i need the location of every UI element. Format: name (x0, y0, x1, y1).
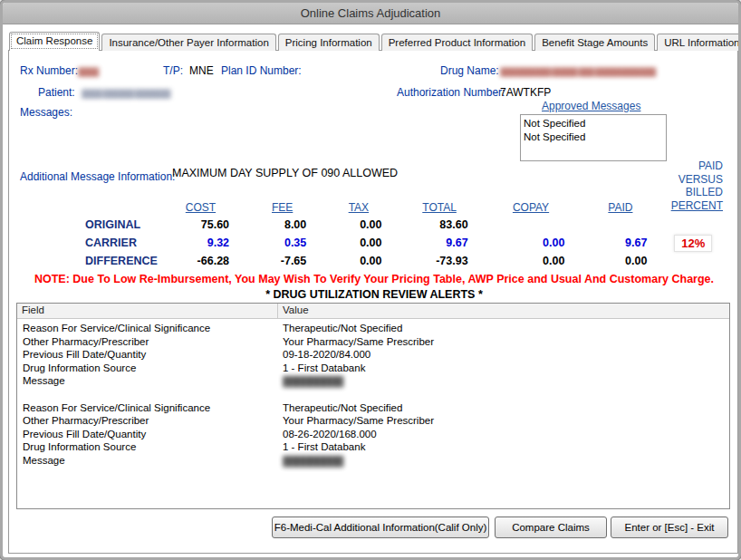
dur-row[interactable]: Previous Fill Date/Quantity09-18-2020/84… (17, 348, 729, 362)
tp-label: T/P: (163, 64, 183, 77)
carrier-fee: 0.35 (244, 234, 321, 252)
tab-url-information[interactable]: URL Information (657, 34, 741, 51)
claim-response-panel: Rx Number: ▓▓▓▓ T/P: MNE Plan ID Number:… (8, 50, 738, 554)
rx-number-value: ▓▓▓▓ (78, 67, 98, 76)
dur-row[interactable]: Other Pharmacy/PrescriberYour Pharmacy/S… (17, 335, 729, 349)
patient-label: Patient: (38, 86, 75, 99)
reimbursement-note: NOTE: Due To Low Re-Imbursement, You May… (16, 273, 732, 285)
carrier-copay: 0.00 (483, 234, 580, 252)
pct-header-line: PAID (671, 159, 723, 173)
dur-row[interactable]: Reason For Service/Clinical Significance… (17, 322, 729, 335)
col-fee: FEE (244, 199, 321, 216)
approved-messages-link[interactable]: Approved Messages (542, 100, 640, 112)
dur-alerts-title: * DRUG UTILIZATION REVIEW ALERTS * (16, 288, 732, 301)
carrier-total: 9.67 (396, 234, 482, 252)
row-label: DIFFERENCE (58, 252, 158, 270)
difference-cost: -66.28 (158, 252, 244, 270)
original-percent (661, 216, 725, 234)
additional-message-value: MAXIMUM DAY SUPPLY OF 090 ALLOWED (172, 167, 398, 179)
titlebar[interactable]: Online Claims Adjudication (3, 3, 738, 24)
pct-header-line: BILLED (671, 186, 723, 199)
tab-benefit-stage-amounts[interactable]: Benefit Stage Amounts (534, 34, 655, 51)
medi-cal-additional-info-button[interactable]: F6-Medi-Cal Additional Information(Calif… (272, 517, 489, 538)
plan-id-label: Plan ID Number: (221, 64, 302, 77)
original-tax: 0.00 (321, 216, 396, 234)
row-label: CARRIER (58, 234, 158, 252)
tp-value: MNE (189, 64, 214, 77)
messages-label: Messages: (20, 106, 72, 119)
drug-name-value: ▓▓▓▓▓▓▓▓▓▓ ▓▓▓▓▓ ▓▓▓ ▓▓▓▓▓▓▓▓▓▓▓▓ (500, 67, 655, 76)
amounts-row-carrier: CARRIER 9.32 0.35 0.00 9.67 0.00 9.67 12… (58, 234, 725, 252)
rx-number-label: Rx Number: (20, 64, 78, 77)
additional-message-label: Additional Message Information: (20, 170, 175, 183)
tab-strip: Claim Response Insurance/Other Payer Inf… (3, 24, 738, 50)
tab-insurance-other-payer[interactable]: Insurance/Other Payer Information (101, 34, 275, 51)
dur-row[interactable]: Message▓▓▓▓▓▓▓▓▓ (17, 374, 729, 388)
approved-messages-listbox[interactable]: Not Specified Not Specified (520, 114, 667, 161)
difference-fee: -7.65 (244, 252, 321, 270)
dur-header-row: Field Value (17, 304, 729, 319)
carrier-tax: 0.00 (321, 234, 396, 252)
authorization-number-value: 7AWTKFP (500, 86, 551, 99)
drug-name-label: Drug Name: (440, 64, 499, 77)
col-paid: PAID (579, 199, 661, 216)
dur-row[interactable]: Message▓▓▓▓▓▓▓▓▓ (17, 454, 729, 468)
col-cost: COST (158, 199, 244, 216)
tab-preferred-product[interactable]: Preferred Product Information (381, 34, 534, 51)
original-cost: 75.60 (158, 216, 244, 234)
difference-paid: 0.00 (579, 252, 661, 270)
dur-row[interactable]: Drug Information Source1 - First Databan… (17, 362, 729, 375)
amounts-row-difference: DIFFERENCE -66.28 -7.65 0.00 -73.93 0.00… (58, 252, 725, 270)
approved-message-item[interactable]: Not Specified (524, 130, 666, 144)
original-fee: 8.00 (244, 216, 321, 234)
dur-alerts-listview[interactable]: Field Value Reason For Service/Clinical … (16, 303, 730, 509)
dur-row[interactable]: Reason For Service/Clinical Significance… (17, 401, 729, 415)
patient-value: ▓▓▓▓ ▓▓▓▓▓▓ ▓▓▓▓▓▓▓ (82, 89, 170, 98)
exit-button[interactable]: Enter or [Esc] - Exit (611, 517, 728, 538)
difference-tax: 0.00 (321, 252, 396, 270)
amounts-row-original: ORIGINAL 75.60 8.00 0.00 83.60 (58, 216, 725, 234)
dur-body: Reason For Service/Clinical Significance… (17, 319, 729, 468)
window-title: Online Claims Adjudication (301, 6, 441, 20)
difference-copay: 0.00 (483, 252, 580, 270)
difference-total: -73.93 (396, 252, 482, 270)
claim-amounts-table: COST FEE TAX TOTAL COPAY PAID ORIGINAL 7… (58, 199, 725, 270)
tab-claim-response[interactable]: Claim Response (9, 32, 100, 51)
original-paid (579, 216, 661, 234)
paid-versus-billed-percent-value: 12% (674, 235, 712, 252)
carrier-paid: 9.67 (579, 234, 661, 252)
original-copay (483, 216, 580, 234)
row-label: ORIGINAL (58, 216, 158, 234)
dur-col-field[interactable]: Field (17, 304, 278, 318)
authorization-number-label: Authorization Number: (397, 86, 505, 99)
dur-col-value[interactable]: Value (278, 304, 729, 318)
pct-header-line: VERSUS (671, 173, 723, 187)
dur-row-blank (17, 388, 729, 401)
dur-row[interactable]: Previous Fill Date/Quantity08-26-2020/16… (17, 428, 729, 441)
col-total: TOTAL (396, 199, 482, 216)
tab-pricing-information[interactable]: Pricing Information (278, 34, 380, 51)
compare-claims-button[interactable]: Compare Claims (495, 517, 607, 538)
difference-percent (661, 252, 725, 270)
carrier-cost: 9.32 (158, 234, 244, 252)
dur-row[interactable]: Other Pharmacy/PrescriberYour Pharmacy/S… (17, 414, 729, 428)
original-total: 83.60 (396, 216, 482, 234)
col-tax: TAX (321, 199, 396, 216)
amounts-header-row: COST FEE TAX TOTAL COPAY PAID (58, 199, 725, 216)
dur-row[interactable]: Drug Information Source1 - First Databan… (17, 440, 729, 454)
online-claims-adjudication-window: Online Claims Adjudication Claim Respons… (0, 0, 741, 560)
col-copay: COPAY (483, 199, 580, 216)
approved-message-item[interactable]: Not Specified (524, 117, 666, 130)
